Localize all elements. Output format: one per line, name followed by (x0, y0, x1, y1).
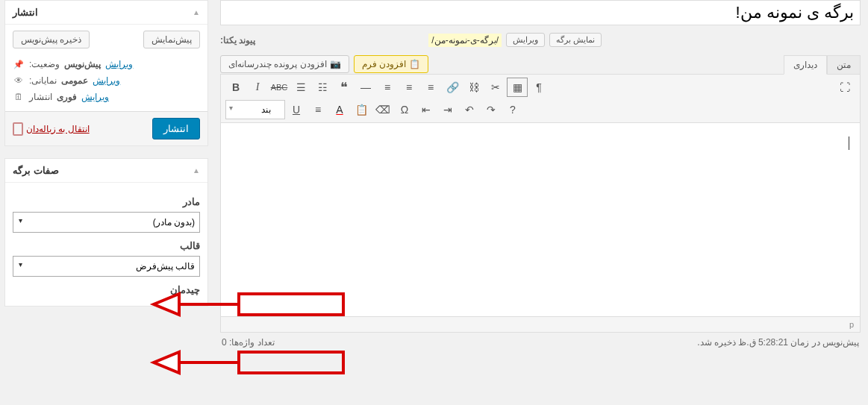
link-button[interactable]: 🔗 (442, 78, 463, 97)
text-color-button[interactable]: A (329, 100, 350, 119)
page-title-input[interactable] (220, 0, 861, 25)
strike-button[interactable]: ABC (269, 78, 290, 97)
bold-button[interactable]: B (225, 78, 246, 97)
text-cursor (849, 136, 849, 150)
editor-tabs: متن دیداری (784, 54, 861, 74)
indent-button[interactable]: ⇥ (437, 100, 458, 119)
parent-select[interactable]: (بدون مادر) (13, 212, 200, 233)
bullet-list-button[interactable]: ☰ (290, 78, 311, 97)
editor-path: p (220, 317, 861, 333)
template-select[interactable]: قالب پیش‌فرض (13, 256, 200, 277)
edit-slug-button[interactable]: ویرایش (506, 33, 545, 47)
trash-icon (13, 122, 23, 136)
unlink-button[interactable]: ⛓ (463, 78, 484, 97)
edit-schedule-link[interactable]: ویرایش (81, 92, 109, 102)
outdent-button[interactable]: ⇤ (416, 100, 437, 119)
add-media-button[interactable]: افزودن پرونده چندرسانه‌ای (220, 55, 349, 73)
permalink-label: پیوند یکتا: (220, 35, 255, 45)
format-select[interactable]: بند (225, 100, 285, 119)
align-left-button[interactable]: ≡ (420, 78, 441, 97)
permalink-row: نمایش برگه ویرایش /برگه-ی-نمونه-من/ پیون… (220, 33, 861, 47)
status-label: وضعیت: (29, 59, 60, 69)
save-draft-button[interactable]: ذخیره پیش‌نویس (13, 31, 90, 48)
view-page-button[interactable]: نمایش برگه (549, 33, 602, 47)
schedule-label: انتشار (29, 92, 52, 102)
collapse-icon[interactable]: ▲ (193, 8, 200, 16)
redo-button[interactable]: ↷ (481, 100, 502, 119)
order-label: چیدمان (13, 284, 200, 295)
align-center-button[interactable]: ≡ (399, 78, 419, 97)
publish-title: انتشار (13, 7, 38, 18)
collapse-icon[interactable]: ▲ (193, 166, 200, 175)
number-list-button[interactable]: ☷ (312, 78, 333, 97)
hr-button[interactable]: — (355, 78, 376, 97)
paragraph-mark-button[interactable]: ¶ (528, 78, 549, 97)
publish-button[interactable]: انتشار (152, 118, 200, 139)
toolbar-toggle-button[interactable]: ▦ (507, 78, 528, 97)
visibility-value: عمومی (61, 75, 88, 86)
template-label: قالب (13, 240, 200, 251)
editor-content-area[interactable] (220, 123, 861, 317)
tab-visual[interactable]: دیداری (784, 55, 827, 75)
trash-label: انتقال به زباله‌دان (26, 124, 90, 134)
read-more-button[interactable]: ✂ (485, 78, 506, 97)
italic-button[interactable]: I (247, 78, 268, 97)
quote-button[interactable]: ❝ (334, 78, 355, 97)
schedule-value: فوری (57, 92, 77, 102)
visibility-label: نمایانی: (29, 75, 57, 86)
eye-icon (13, 75, 25, 86)
page-attributes-title: صفات برگه (13, 165, 59, 176)
word-count: تعداد واژه‌ها: 0 (222, 337, 275, 348)
permalink-slug: /برگه-ی-نمونه-من/ (428, 34, 502, 47)
help-button[interactable]: ? (502, 100, 523, 119)
clear-format-button[interactable]: ⌫ (372, 100, 393, 119)
edit-visibility-link[interactable]: ویرایش (93, 75, 120, 86)
add-form-button[interactable]: افزودن فرم (354, 55, 428, 73)
parent-label: مادر (13, 196, 200, 207)
calendar-icon (13, 92, 25, 102)
move-to-trash-link[interactable]: انتقال به زباله‌دان (13, 122, 90, 136)
add-media-label: افزودن پرونده چندرسانه‌ای (228, 59, 327, 69)
svg-marker-5 (154, 352, 179, 373)
autosave-note: پیش‌نویس در زمان 5:28:21 ق.ظ ذخیره شد. (697, 337, 859, 348)
edit-status-link[interactable]: ویرایش (105, 59, 133, 69)
publish-metabox: ▲ انتشار پیش‌نمایش ذخیره پیش‌نویس ویرایش… (4, 0, 208, 146)
fullscreen-button[interactable]: ⛶ (834, 78, 855, 97)
undo-button[interactable]: ↶ (459, 100, 480, 119)
paste-text-button[interactable]: 📋 (351, 100, 372, 119)
page-attributes-metabox: ▲ صفات برگه مادر (بدون مادر) قالب قالب پ… (4, 158, 208, 307)
add-form-label: افزودن فرم (362, 59, 406, 69)
preview-button[interactable]: پیش‌نمایش (143, 31, 200, 48)
status-value: پیش‌نویس (64, 59, 101, 69)
special-char-button[interactable]: Ω (394, 100, 415, 119)
editor-toolbar: B I ABC ☰ ☷ ❝ — ≡ ≡ ≡ 🔗 ⛓ ✂ ▦ ¶ ⛶ بند U … (220, 74, 861, 123)
align-right-button[interactable]: ≡ (377, 78, 398, 97)
tab-text[interactable]: متن (827, 55, 861, 75)
justify-button[interactable]: ≡ (307, 100, 328, 119)
form-icon (409, 59, 420, 69)
camera-icon (330, 59, 341, 69)
underline-button[interactable]: U (286, 100, 307, 119)
pin-icon (13, 59, 25, 69)
